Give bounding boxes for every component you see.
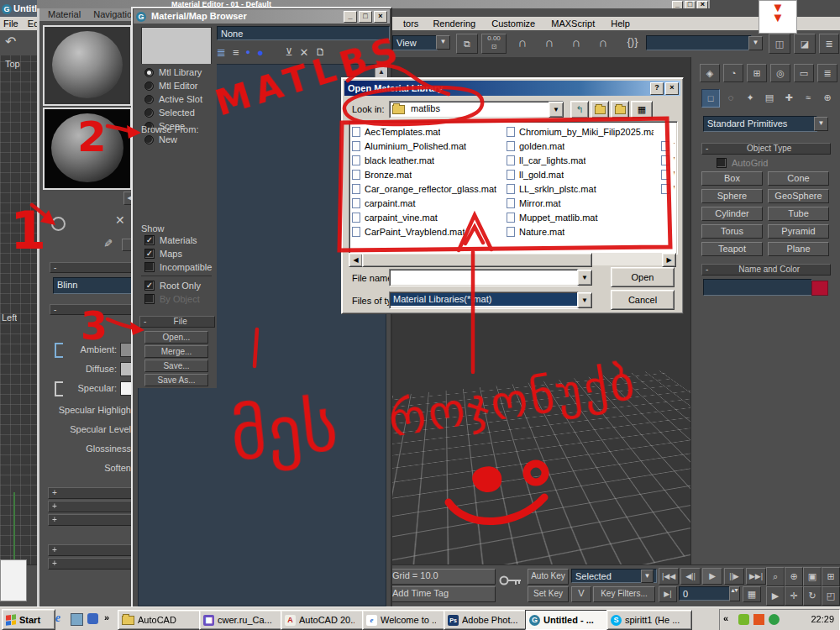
me-get-material-icon[interactable] bbox=[51, 217, 66, 231]
collapsed-rollout[interactable]: + bbox=[48, 501, 137, 512]
delete-from-library-icon[interactable]: ✕ bbox=[300, 46, 309, 59]
view-list-icon[interactable]: ≣ bbox=[217, 46, 226, 59]
file-item[interactable]: Car_orange_reflector_glass.mat bbox=[352, 181, 503, 196]
play-icon[interactable]: ▶ bbox=[702, 568, 722, 585]
file-item[interactable]: LL_srkln_plstc.mat bbox=[507, 181, 654, 196]
object-type-button[interactable]: GeoSphere bbox=[768, 189, 829, 203]
browse-from-option[interactable]: Selected bbox=[144, 108, 217, 118]
file-item[interactable]: W bbox=[661, 167, 675, 181]
task-button-skype[interactable]: S spiritt1 (He ... bbox=[606, 610, 692, 630]
file-list-hscrollbar[interactable]: ◀ ▶ bbox=[349, 253, 676, 265]
autogrid-checkbox-icon[interactable] bbox=[717, 158, 727, 168]
time-config-icon[interactable]: ▦ bbox=[743, 586, 761, 602]
file-item[interactable]: Chromium_by_Miki_Filip2025.mat bbox=[507, 124, 654, 139]
tray-icon-orange[interactable] bbox=[753, 614, 764, 625]
file-menu-button[interactable]: Merge... bbox=[144, 345, 208, 358]
category-shapes-icon[interactable]: ◌ bbox=[722, 89, 739, 108]
layer-manager-icon[interactable]: ≣ bbox=[819, 34, 839, 54]
object-type-button[interactable]: Tube bbox=[768, 207, 829, 221]
key-mode-icon[interactable]: ▶| bbox=[659, 586, 677, 602]
dialog-close-icon[interactable]: × bbox=[665, 82, 679, 95]
select-and-rotate-icon[interactable]: ∩ bbox=[540, 35, 559, 50]
tab-utilities-icon[interactable]: ≣ bbox=[817, 64, 837, 82]
next-frame-icon[interactable]: ||▶ bbox=[724, 568, 744, 585]
file-menu-button[interactable]: Save As... bbox=[144, 374, 208, 386]
view-small-icons-icon[interactable]: ● bbox=[246, 48, 250, 56]
tab-create-icon[interactable]: ◈ bbox=[700, 64, 720, 82]
collapsed-rollout[interactable]: + bbox=[48, 514, 137, 526]
files-of-type-arrow-icon[interactable]: ▼ bbox=[577, 292, 592, 308]
selection-set-arrow-icon[interactable]: ▼ bbox=[748, 36, 763, 50]
look-in-arrow-icon[interactable]: ▼ bbox=[549, 102, 564, 118]
task-button-photoshop[interactable]: Ps Adobe Phot... bbox=[444, 610, 529, 630]
cancel-button[interactable]: Cancel bbox=[611, 290, 675, 310]
select-and-move-icon[interactable]: ∩ bbox=[513, 35, 532, 50]
maximize-viewport-icon[interactable]: ◰ bbox=[822, 586, 840, 606]
me-delete-icon[interactable]: ✕ bbox=[115, 213, 125, 227]
select-and-scale-icon[interactable]: ∩ bbox=[567, 35, 585, 50]
me-close-icon[interactable]: × bbox=[697, 1, 708, 8]
task-button-3dsmax[interactable]: G Untitled - ... bbox=[525, 610, 611, 630]
browse-from-option[interactable]: Mtl Library bbox=[144, 67, 217, 77]
material-sample-slot-1[interactable] bbox=[43, 25, 132, 106]
align-icon[interactable]: ◪ bbox=[794, 34, 816, 54]
browser-maximize-icon[interactable]: □ bbox=[359, 11, 372, 23]
task-button-cwer[interactable]: ▦ cwer.ru_Ca... bbox=[199, 610, 285, 630]
file-name-input-field[interactable] bbox=[391, 270, 562, 285]
clear-library-icon[interactable]: 🗋 bbox=[316, 46, 326, 58]
start-button[interactable]: Start bbox=[2, 609, 55, 630]
object-type-button[interactable]: Cylinder bbox=[701, 207, 763, 221]
menu-customize[interactable]: Customize bbox=[491, 18, 535, 29]
tab-motion-icon[interactable]: ◎ bbox=[770, 64, 790, 82]
add-time-tag[interactable]: Add Time Tag bbox=[388, 586, 496, 602]
browse-from-option[interactable]: Active Slot bbox=[144, 94, 217, 104]
autogrid-checkbox[interactable]: AutoGrid bbox=[717, 158, 768, 168]
root-only-checkbox[interactable]: Root Only bbox=[144, 281, 201, 291]
view-list-plus-icon[interactable]: ≡ bbox=[233, 46, 239, 59]
task-button-welcome[interactable]: e Welcome to ... bbox=[362, 610, 448, 630]
current-frame-field[interactable]: 0 bbox=[679, 586, 732, 601]
object-type-button[interactable]: Pyramid bbox=[768, 224, 829, 239]
tray-icon-green[interactable] bbox=[738, 614, 749, 625]
files-of-type-dropdown[interactable]: Material Libraries(*.mat) bbox=[389, 291, 579, 309]
file-item[interactable]: Mirror.mat bbox=[507, 196, 654, 210]
prev-frame-icon[interactable]: ◀|| bbox=[680, 568, 701, 585]
tab-modify-icon[interactable]: ◔ bbox=[723, 64, 743, 82]
view-menu-icon[interactable]: ▦ bbox=[631, 101, 653, 118]
show-option-checkbox[interactable]: Incompatible bbox=[144, 262, 217, 272]
look-in-dropdown[interactable]: matlibs bbox=[389, 101, 564, 118]
quicklaunch-ie-icon[interactable]: e bbox=[55, 612, 60, 625]
scroll-left-icon[interactable]: ◀ bbox=[349, 253, 363, 267]
map-browser-title-bar[interactable]: G Material/Map Browser _ □ × bbox=[134, 9, 390, 24]
snap-toggle-icon[interactable]: 0.00⊡ bbox=[481, 34, 507, 54]
shader-dropdown[interactable]: Blinn bbox=[53, 277, 135, 294]
zoom-extents-all-icon[interactable]: ⊞ bbox=[822, 567, 840, 586]
me-eyedropper-icon[interactable]: ✎ bbox=[102, 239, 114, 248]
zoom-extents-icon[interactable]: ▣ bbox=[803, 567, 822, 586]
zoom-all-icon[interactable]: ⊕ bbox=[785, 567, 803, 586]
select-object-icon[interactable]: ⧉ bbox=[456, 34, 478, 54]
set-key-button[interactable]: Set Key bbox=[528, 586, 569, 602]
file-item[interactable]: Bronze.mat bbox=[352, 167, 503, 181]
named-selection-set-field[interactable] bbox=[646, 35, 752, 50]
file-item[interactable]: CarPaint_Vrayblend.mat bbox=[352, 224, 503, 239]
file-item[interactable]: W bbox=[661, 181, 675, 196]
by-object-checkbox[interactable]: By Object bbox=[144, 294, 200, 304]
me-menu-material[interactable]: Material bbox=[48, 9, 81, 19]
file-item[interactable]: carpaint_vine.mat bbox=[352, 210, 503, 224]
file-item[interactable]: Aluminium_Polished.mat bbox=[352, 139, 503, 153]
category-spacewarps-icon[interactable]: ≈ bbox=[800, 89, 816, 108]
object-type-button[interactable]: Plane bbox=[768, 242, 829, 256]
download-arrow-box[interactable]: ▼▼ bbox=[759, 0, 797, 34]
object-type-button[interactable]: Sphere bbox=[701, 189, 763, 203]
collapsed-rollout[interactable]: + bbox=[48, 487, 137, 499]
menu-graph-editors[interactable]: tors bbox=[403, 18, 418, 29]
category-systems-icon[interactable]: ⊕ bbox=[819, 89, 836, 108]
file-item[interactable]: carpaint.mat bbox=[352, 196, 503, 210]
auto-key-button[interactable]: Auto Key bbox=[528, 569, 569, 585]
object-name-field[interactable] bbox=[703, 279, 812, 296]
task-button-autocad-app[interactable]: A AutoCAD 20... bbox=[281, 610, 366, 630]
view-dropdown-arrow-icon[interactable]: ▼ bbox=[436, 35, 450, 50]
me-menu-navigation[interactable]: Navigation bbox=[93, 9, 133, 19]
tray-icon-teal[interactable] bbox=[769, 614, 780, 625]
